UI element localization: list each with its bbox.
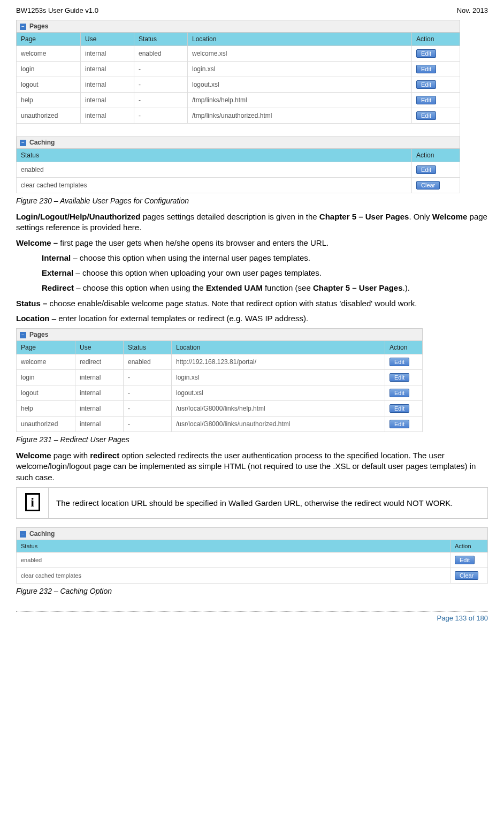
- col-page: Page: [17, 33, 81, 46]
- bold-text: Login/Logout/Help/Unauthorized: [16, 212, 140, 221]
- cell-page: unauthorized: [17, 417, 75, 432]
- cell-location: logout.xsl: [172, 385, 385, 401]
- text: choose enable/disable welcome page statu…: [47, 299, 417, 308]
- text: – choose this option when using the: [74, 283, 206, 292]
- cell-page: login: [17, 62, 81, 77]
- cell-page: help: [17, 401, 75, 417]
- paragraph-location: Location – enter location for external t…: [16, 313, 488, 324]
- edit-button[interactable]: Edit: [390, 404, 409, 413]
- cell-use: internal: [75, 370, 124, 385]
- bold-text: Welcome –: [16, 238, 58, 247]
- cell-location: /tmp/links/unauthorized.html: [188, 108, 412, 124]
- table-row: login internal - login.xsl Edit: [17, 370, 423, 385]
- col-location: Location: [172, 341, 385, 354]
- cell-page: logout: [17, 77, 81, 93]
- edit-button[interactable]: Edit: [416, 80, 436, 89]
- bold-text: Internal: [42, 253, 71, 262]
- page-footer: Page 133 of 180: [16, 611, 488, 622]
- caching-header-row: Status Action: [17, 540, 488, 552]
- col-status: Status: [134, 33, 188, 46]
- col-action: Action: [385, 341, 423, 354]
- table-row: welcome internal enabled welcome.xsl Edi…: [17, 46, 460, 62]
- edit-button[interactable]: Edit: [416, 65, 436, 73]
- bold-text: Chapter 5 – User Pages: [313, 283, 403, 292]
- paragraph-redirect: Welcome page with redirect option select…: [16, 450, 488, 483]
- bold-text: Extended UAM: [206, 283, 263, 292]
- cell-status: enabled: [17, 552, 450, 567]
- text: function (see: [263, 283, 313, 292]
- cell-location: logout.xsl: [188, 77, 412, 93]
- collapse-icon[interactable]: −: [20, 531, 26, 538]
- cell-location: /tmp/links/help.html: [188, 93, 412, 108]
- figure-230-caption: Figure 230 – Available User Pages for Co…: [16, 196, 488, 205]
- table-row: help internal - /tmp/links/help.html Edi…: [17, 93, 460, 108]
- cell-page: welcome: [17, 354, 75, 370]
- cell-status: enabled: [134, 46, 188, 62]
- option-internal: Internal – choose this option when using…: [42, 253, 488, 263]
- col-status: Status: [17, 149, 412, 162]
- col-status: Status: [124, 341, 172, 354]
- bold-text: External: [42, 268, 73, 277]
- table-row: login internal - login.xsl Edit: [17, 62, 460, 77]
- cell-status: -: [124, 370, 172, 385]
- bold-text: Status –: [16, 299, 47, 308]
- info-note-box: The redirect location URL should be spec…: [16, 487, 488, 519]
- collapse-icon[interactable]: −: [20, 24, 26, 30]
- table-row: help internal - /usr/local/G8000/links/h…: [17, 401, 423, 417]
- edit-button[interactable]: Edit: [455, 556, 475, 564]
- table-row: logout internal - logout.xsl Edit: [17, 77, 460, 93]
- text: – choose this option when using the inte…: [71, 253, 310, 262]
- pages-section-title: Pages: [29, 331, 48, 338]
- cell-location: login.xsl: [172, 370, 385, 385]
- bold-text: Redirect: [42, 283, 74, 292]
- edit-button[interactable]: Edit: [416, 111, 436, 120]
- cell-use: internal: [81, 46, 134, 62]
- collapse-icon[interactable]: −: [20, 332, 26, 338]
- edit-button[interactable]: Edit: [390, 358, 409, 366]
- cell-page: unauthorized: [17, 108, 81, 124]
- col-action: Action: [412, 149, 460, 162]
- cell-location: /usr/local/G8000/links/unauthorized.html: [172, 417, 385, 432]
- cell-use: internal: [75, 401, 124, 417]
- edit-button[interactable]: Edit: [416, 165, 436, 174]
- text: page with: [51, 451, 90, 460]
- caching-section-bar: −Caching: [17, 527, 488, 540]
- cell-use: internal: [81, 108, 134, 124]
- info-note-text: The redirect location URL should be spec…: [49, 487, 488, 518]
- edit-button[interactable]: Edit: [416, 49, 436, 58]
- edit-button[interactable]: Edit: [390, 420, 409, 428]
- collapse-icon[interactable]: −: [20, 140, 26, 146]
- option-external: External – choose this option when uploa…: [42, 268, 488, 278]
- table-row: logout internal - logout.xsl Edit: [17, 385, 423, 401]
- text: pages settings detailed description is g…: [140, 212, 319, 221]
- cell-status: -: [134, 93, 188, 108]
- pages-header-row: Page Use Status Location Action: [17, 33, 460, 46]
- paragraph-login-logout: Login/Logout/Help/Unauthorized pages set…: [16, 211, 488, 233]
- edit-button[interactable]: Edit: [416, 96, 436, 104]
- paragraph-status: Status – choose enable/disable welcome p…: [16, 298, 488, 309]
- edit-button[interactable]: Edit: [390, 389, 409, 397]
- caching-header-row: Status Action: [17, 149, 460, 162]
- cell-location: http://192.168.123.81/portal/: [172, 354, 385, 370]
- cell-status: enabled: [17, 162, 412, 178]
- table-row: welcome redirect enabled http://192.168.…: [17, 354, 423, 370]
- cell-page: welcome: [17, 46, 81, 62]
- edit-button[interactable]: Edit: [390, 373, 409, 382]
- caching-section-title: Caching: [29, 139, 55, 146]
- pages-section-bar: −Pages: [17, 329, 423, 341]
- cell-status: -: [124, 401, 172, 417]
- cell-status: -: [134, 108, 188, 124]
- info-icon-cell: [17, 487, 49, 518]
- col-location: Location: [188, 33, 412, 46]
- text: first page the user gets when he/she ope…: [58, 238, 329, 247]
- cell-use: internal: [81, 62, 134, 77]
- clear-button[interactable]: Clear: [455, 571, 478, 580]
- pages-table-1: −Pages Page Use Status Location Action w…: [16, 20, 460, 193]
- table-row: unauthorized internal - /usr/local/G8000…: [17, 417, 423, 432]
- doc-title-left: BW1253s User Guide v1.0: [16, 6, 98, 14]
- col-use: Use: [81, 33, 134, 46]
- clear-button[interactable]: Clear: [416, 181, 440, 190]
- cell-use: internal: [81, 77, 134, 93]
- bold-text: Chapter 5 – User Pages: [319, 212, 409, 221]
- text: . Only: [409, 212, 432, 221]
